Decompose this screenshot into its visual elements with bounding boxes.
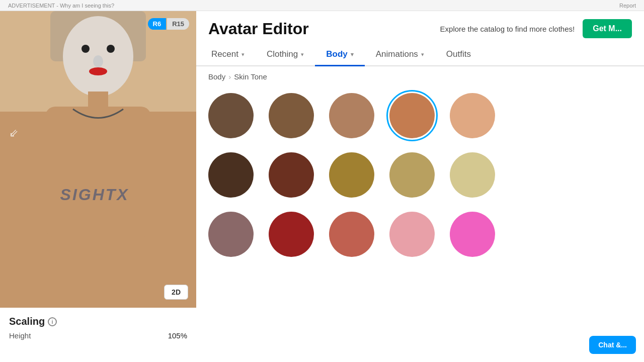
skin-tone-3-2[interactable] (269, 212, 314, 257)
skin-tone-1-3[interactable] (329, 93, 374, 138)
svg-rect-9 (45, 107, 151, 237)
breadcrumb: Body › Skin Tone (196, 66, 644, 85)
header-right: Explore the catalog to find more clothes… (440, 19, 632, 38)
ad-bar-left: ADVERTISEMENT - Why am I seeing this? (8, 3, 114, 9)
tab-recent-label: Recent (211, 49, 238, 59)
tab-recent-arrow: ▾ (242, 51, 245, 58)
tab-animations[interactable]: Animations ▾ (365, 43, 435, 65)
nav-tabs: Recent ▾ Clothing ▾ Body ▾ Animations ▾ … (196, 43, 644, 66)
avatar-brand: SIGHTX (60, 186, 129, 204)
skin-tone-3-1[interactable] (208, 212, 254, 257)
svg-point-4 (82, 45, 90, 53)
skin-tone-1-2[interactable] (269, 93, 314, 138)
left-panel: ⇙ R6 R15 SIGHTX 2D Scaling i Height 105% (0, 11, 196, 362)
svg-point-5 (107, 45, 115, 53)
avatar-svg: ⇙ (0, 11, 196, 308)
catalog-text: Explore the catalog to find more clothes… (440, 25, 575, 33)
rig-badge: R6 R15 (148, 18, 189, 30)
get-more-button[interactable]: Get M... (583, 19, 632, 38)
scaling-section: Scaling i (9, 316, 187, 327)
skin-tone-section (196, 85, 644, 362)
bottom-info: Scaling i Height 105% (0, 308, 196, 362)
tab-outfits[interactable]: Outfits (435, 43, 482, 65)
scaling-label: Scaling (9, 316, 45, 327)
tab-clothing-arrow: ▾ (301, 51, 304, 58)
skin-tone-2-3[interactable] (329, 152, 374, 198)
skin-tone-1-4[interactable] (389, 93, 435, 138)
skin-row-2 (208, 152, 632, 198)
svg-rect-8 (88, 92, 108, 107)
header-row: Avatar Editor Explore the catalog to fin… (196, 11, 644, 43)
scaling-info-icon[interactable]: i (48, 317, 57, 326)
right-panel: Avatar Editor Explore the catalog to fin… (196, 11, 644, 362)
tab-body-arrow: ▾ (351, 51, 354, 58)
ad-bar: ADVERTISEMENT - Why am I seeing this? Re… (0, 0, 644, 11)
chat-button[interactable]: Chat &... (589, 336, 636, 354)
height-value: 105% (168, 331, 187, 340)
tab-recent[interactable]: Recent ▾ (200, 43, 256, 65)
tab-body[interactable]: Body ▾ (315, 43, 365, 65)
skin-row-3 (208, 212, 632, 257)
svg-text:⇙: ⇙ (9, 127, 18, 139)
avatar-preview: ⇙ R6 R15 SIGHTX 2D (0, 11, 196, 308)
svg-point-7 (89, 67, 107, 75)
tab-clothing-label: Clothing (267, 49, 298, 59)
page-title: Avatar Editor (208, 20, 309, 38)
tab-outfits-label: Outfits (446, 49, 471, 59)
ad-bar-right: Report (619, 3, 636, 9)
height-label: Height (9, 331, 31, 340)
skin-tone-3-5[interactable] (450, 212, 495, 257)
badge-r6[interactable]: R6 (148, 18, 167, 30)
breadcrumb-separator: › (228, 72, 231, 81)
skin-row-1 (208, 93, 632, 138)
skin-tone-2-2[interactable] (269, 152, 314, 198)
svg-point-6 (93, 55, 103, 67)
skin-tone-2-4[interactable] (389, 152, 435, 198)
skin-tone-1-5[interactable] (450, 93, 495, 138)
tab-clothing[interactable]: Clothing ▾ (256, 43, 315, 65)
badge-r15[interactable]: R15 (167, 18, 189, 30)
skin-tone-2-1[interactable] (208, 152, 254, 198)
breadcrumb-parent[interactable]: Body (208, 72, 225, 81)
height-row: Height 105% (9, 331, 187, 340)
breadcrumb-child: Skin Tone (234, 72, 267, 81)
skin-tone-1-1[interactable] (208, 93, 254, 138)
tab-animations-arrow: ▾ (421, 51, 424, 58)
btn-2d[interactable]: 2D (164, 285, 188, 300)
tab-animations-label: Animations (376, 49, 418, 59)
skin-tone-3-3[interactable] (329, 212, 374, 257)
tab-body-label: Body (326, 49, 348, 59)
skin-tone-2-5[interactable] (450, 152, 495, 198)
skin-tone-3-4[interactable] (389, 212, 435, 257)
main-layout: ⇙ R6 R15 SIGHTX 2D Scaling i Height 105% (0, 11, 644, 362)
